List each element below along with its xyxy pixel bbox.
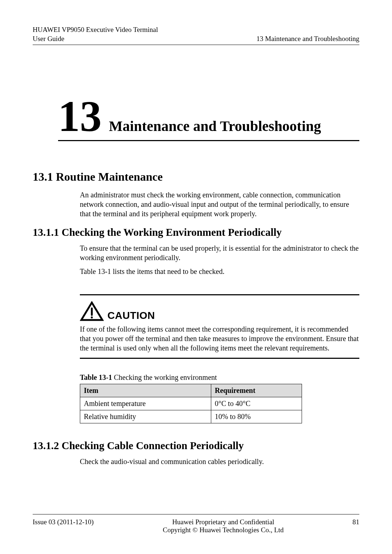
footer-confidential: Huawei Proprietary and Confidential (109, 518, 338, 526)
page-header: HUAWEI VP9050 Executive Video Terminal U… (33, 25, 359, 45)
caution-block: CAUTION If one of the following items ca… (80, 294, 359, 359)
footer-issue: Issue 03 (2011-12-10) (33, 518, 109, 534)
table-cell-req: 0°C to 40°C (211, 397, 302, 410)
footer-copyright: Copyright © Huawei Technologies Co., Ltd (109, 526, 338, 534)
table-row: Ambient temperature 0°C to 40°C (80, 397, 302, 410)
doc-type: User Guide (33, 34, 158, 44)
section-13-1-2-heading: 13.1.2 Checking Cable Connection Periodi… (33, 440, 359, 452)
section-13-1-heading: 13.1 Routine Maintenance (33, 170, 359, 184)
footer-page-number: 81 (338, 518, 359, 534)
chapter-number: 13 (58, 96, 102, 137)
table-cell-req: 10% to 80% (211, 410, 302, 423)
header-right: 13 Maintenance and Troubleshooting (257, 34, 359, 44)
caution-icon (80, 301, 104, 321)
page-container: HUAWEI VP9050 Executive Video Terminal U… (0, 0, 392, 554)
table-caption: Table 13-1 Checking the working environm… (80, 373, 359, 382)
environment-table: Item Requirement Ambient temperature 0°C… (80, 384, 302, 423)
page-footer: Issue 03 (2011-12-10) Huawei Proprietary… (33, 514, 359, 534)
table-row: Relative humidity 10% to 80% (80, 410, 302, 423)
header-left: HUAWEI VP9050 Executive Video Terminal U… (33, 25, 158, 43)
chapter-title: Maintenance and Troubleshooting (109, 118, 321, 135)
caution-text: If one of the following items cannot mee… (80, 324, 359, 353)
section-reference: 13 Maintenance and Troubleshooting (257, 34, 359, 44)
table-header-row: Item Requirement (80, 384, 302, 397)
section-13-1-2-body: Check the audio-visual and communication… (80, 457, 359, 466)
table-header-requirement: Requirement (211, 384, 302, 397)
caution-label: CAUTION (107, 310, 155, 321)
caution-head: CAUTION (80, 301, 359, 321)
table-cell-item: Relative humidity (80, 410, 211, 423)
chapter-title-block: 13 Maintenance and Troubleshooting (58, 96, 359, 141)
table-caption-text: Checking the working environment (112, 373, 217, 381)
table-caption-label: Table 13-1 (80, 373, 112, 381)
table-header-item: Item (80, 384, 211, 397)
section-13-1-1-body-2: Table 13-1 lists the items that need to … (80, 267, 359, 276)
table-cell-item: Ambient temperature (80, 397, 211, 410)
svg-point-2 (91, 317, 93, 319)
product-name: HUAWEI VP9050 Executive Video Terminal (33, 25, 158, 34)
footer-center: Huawei Proprietary and Confidential Copy… (109, 518, 338, 534)
section-13-1-1-heading: 13.1.1 Checking the Working Environment … (33, 226, 359, 238)
section-13-1-body: An administrator must check the working … (80, 190, 359, 218)
section-13-1-1-body-1: To ensure that the terminal can be used … (80, 243, 359, 262)
